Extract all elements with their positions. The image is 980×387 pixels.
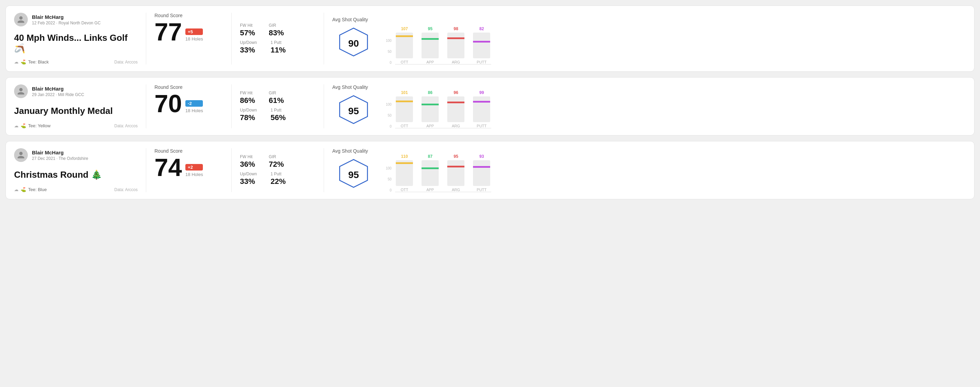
stats-row: Up/Down33%1 Putt11% <box>240 40 315 54</box>
bar-col: 96ARG <box>447 90 465 128</box>
stat-label: Up/Down <box>240 108 257 113</box>
y-axis-label: 100 <box>386 103 391 106</box>
stat-label: GIR <box>269 90 284 95</box>
bar-value-label: 107 <box>401 26 408 31</box>
bar-bg <box>473 97 490 122</box>
score-row: 74+218 Holes <box>154 155 223 180</box>
y-axis-label: 50 <box>386 50 391 54</box>
bar-color-stripe <box>473 101 490 103</box>
bar-bg <box>396 97 413 122</box>
stat-value: 86% <box>240 96 255 105</box>
stat-item: 1 Putt11% <box>270 40 286 54</box>
tee-icon: ⛳ <box>21 59 26 65</box>
stats-row: Up/Down33%1 Putt22% <box>240 171 315 186</box>
bar-axis-label: APP <box>426 188 434 192</box>
bar-bg <box>422 160 439 186</box>
score-section: Round Score70-218 Holes <box>154 84 223 128</box>
bar-col: 87APP <box>421 154 440 192</box>
bar-color-stripe <box>396 35 413 37</box>
card-footer: ☁⛳Tee: BlueData: Arccos <box>14 187 138 192</box>
score-section: Round Score74+218 Holes <box>154 148 223 192</box>
avatar <box>14 148 28 162</box>
bar-color-stripe <box>473 166 490 168</box>
data-source: Data: Arccos <box>114 187 138 192</box>
score-badge: -2 <box>185 100 203 107</box>
stat-item: Up/Down33% <box>240 171 257 186</box>
bar-axis-label: PUTT <box>477 124 487 128</box>
tee-label: Tee: Blue <box>28 187 47 192</box>
bars-area: 101OTT86APP96ARG99PUTT <box>395 97 491 128</box>
bar-value-label: 93 <box>479 154 484 159</box>
stat-label: FW Hit <box>240 90 255 95</box>
bar-col: 95ARG <box>447 154 465 192</box>
avatar <box>14 84 28 98</box>
divider <box>231 148 232 192</box>
quality-label: Avg Shot Quality <box>332 148 368 154</box>
divider <box>324 13 324 65</box>
stat-label: FW Hit <box>240 23 255 28</box>
score-badge: +2 <box>185 164 203 171</box>
quality-section: Avg Shot Quality 95 <box>332 148 380 192</box>
y-axis: 100500 <box>386 103 391 128</box>
stat-item: 1 Putt22% <box>270 171 286 186</box>
y-axis-label: 100 <box>386 39 391 43</box>
hexagon-container: 95 <box>332 158 375 192</box>
divider <box>146 84 146 128</box>
quality-section: Avg Shot Quality 95 <box>332 84 380 128</box>
hexagon: 90 <box>338 26 369 61</box>
stat-label: 1 Putt <box>270 40 286 45</box>
bar-axis-label: ARG <box>452 188 460 192</box>
round-title: January Monthly Medal <box>14 106 138 116</box>
user-text: Blair McHarg27 Dec 2021 · The Oxfordshir… <box>32 149 88 161</box>
round-score-label: Round Score <box>154 84 223 90</box>
score-row: 70-218 Holes <box>154 91 223 116</box>
score-number: 74 <box>154 155 182 180</box>
score-section: Round Score77+518 Holes <box>154 13 223 65</box>
stat-label: 1 Putt <box>270 108 286 113</box>
chart-section: 100500107OTT95APP98ARG82PUTT <box>380 13 966 65</box>
badge-holes: +218 Holes <box>185 164 203 180</box>
stat-value: 22% <box>270 177 286 186</box>
quality-label: Avg Shot Quality <box>332 17 368 22</box>
card-footer: ☁⛳Tee: BlackData: Arccos <box>14 59 138 65</box>
bar-axis-label: OTT <box>401 124 408 128</box>
bar-bg <box>396 33 413 58</box>
hexagon: 95 <box>338 158 369 192</box>
bar-bg <box>447 33 465 58</box>
person-icon <box>17 87 25 95</box>
quality-score: 95 <box>348 170 359 181</box>
bar-color-stripe <box>447 102 465 103</box>
data-source: Data: Arccos <box>114 60 138 65</box>
stat-item: FW Hit57% <box>240 23 255 37</box>
bar-color-stripe <box>422 104 439 105</box>
stat-item: Up/Down33% <box>240 40 257 54</box>
hexagon-container: 90 <box>332 26 375 61</box>
stat-value: 72% <box>269 160 284 169</box>
avatar <box>14 13 28 26</box>
bar-value-label: 95 <box>454 154 458 159</box>
bar-bg <box>447 97 465 122</box>
stat-value: 11% <box>270 46 286 54</box>
user-info: Blair McHarg27 Dec 2021 · The Oxfordshir… <box>14 148 138 162</box>
divider <box>324 84 324 128</box>
user-meta: 29 Jan 2022 · Mill Ride GCC <box>32 92 84 97</box>
y-axis-label: 100 <box>386 167 391 170</box>
user-text: Blair McHarg29 Jan 2022 · Mill Ride GCC <box>32 86 84 97</box>
card-left-section: Blair McHarg29 Jan 2022 · Mill Ride GCCJ… <box>14 84 138 128</box>
stat-item: FW Hit36% <box>240 154 255 169</box>
user-name: Blair McHarg <box>32 86 84 92</box>
bar-col: 101OTT <box>395 90 414 128</box>
bar-col: 98ARG <box>447 26 465 64</box>
y-axis-label: 50 <box>386 114 391 117</box>
stat-value: 36% <box>240 160 255 169</box>
stat-label: 1 Putt <box>270 171 286 176</box>
tee-info: ☁⛳Tee: Blue <box>14 187 47 192</box>
bar-axis-label: OTT <box>401 60 408 64</box>
chart-inner: 100500107OTT95APP98ARG82PUTT <box>386 33 966 65</box>
score-number: 77 <box>154 19 182 44</box>
chart-section: 100500101OTT86APP96ARG99PUTT <box>380 84 966 128</box>
y-axis-label: 0 <box>386 61 391 65</box>
holes-label: 18 Holes <box>185 108 203 113</box>
round-score-label: Round Score <box>154 148 223 154</box>
bar-col: 95APP <box>421 26 440 64</box>
